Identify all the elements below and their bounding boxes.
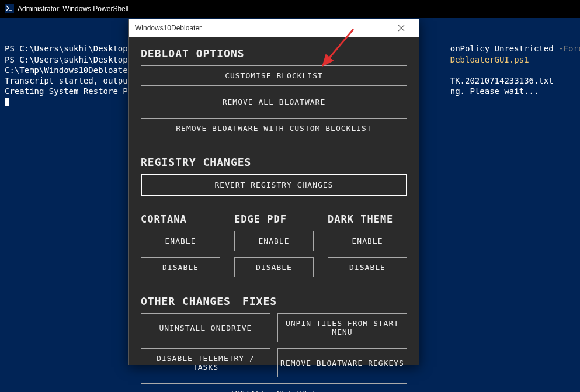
cortana-disable-button[interactable]: DISABLE xyxy=(141,257,220,277)
registry-changes-header: REGISTRY CHANGES xyxy=(141,156,407,168)
remove-all-bloatware-button[interactable]: REMOVE ALL BLOATWARE xyxy=(141,92,407,112)
edge-pdf-enable-button[interactable]: ENABLE xyxy=(234,231,314,251)
dark-theme-header: DARK THEME xyxy=(328,213,407,225)
cortana-enable-button[interactable]: ENABLE xyxy=(141,231,220,251)
debloater-dialog: Windows10Debloater DEBLOAT OPTIONS CUSTO… xyxy=(128,19,419,365)
remove-regkeys-button[interactable]: REMOVE BLOATWARE REGKEYS xyxy=(277,348,407,377)
customise-blocklist-button[interactable]: CUSTOMISE BLOCKLIST xyxy=(141,65,407,86)
disable-telemetry-button[interactable]: DISABLE TELEMETRY / TASKS xyxy=(141,348,270,377)
remove-bloatware-custom-button[interactable]: REMOVE BLOATWARE WITH CUSTOM BLOCKLIST xyxy=(141,118,407,138)
dialog-title-bar[interactable]: Windows10Debloater xyxy=(129,19,419,37)
dialog-body: DEBLOAT OPTIONS CUSTOMISE BLOCKLIST REMO… xyxy=(129,37,419,392)
uninstall-onedrive-button[interactable]: UNINSTALL ONEDRIVE xyxy=(141,313,270,342)
dark-theme-enable-button[interactable]: ENABLE xyxy=(328,231,407,251)
revert-registry-button[interactable]: REVERT REGISTRY CHANGES xyxy=(141,174,407,196)
cortana-header: CORTANA xyxy=(141,213,220,225)
powershell-icon xyxy=(5,4,14,13)
dialog-title: Windows10Debloater xyxy=(135,24,202,32)
close-icon[interactable] xyxy=(390,20,413,36)
fixes-header: FIXES xyxy=(242,295,277,307)
edge-pdf-disable-button[interactable]: DISABLE xyxy=(234,257,314,277)
terminal-cursor xyxy=(5,98,9,106)
window-title-bar: Administrator: Windows PowerShell xyxy=(0,0,580,18)
install-net-button[interactable]: INSTALL .NET V3.5 xyxy=(141,383,407,392)
edge-pdf-header: EDGE PDF xyxy=(234,213,314,225)
other-changes-header: OTHER CHANGES xyxy=(141,295,231,307)
unpin-tiles-button[interactable]: UNPIN TILES FROM START MENU xyxy=(277,313,407,342)
dark-theme-disable-button[interactable]: DISABLE xyxy=(328,257,407,277)
debloat-options-header: DEBLOAT OPTIONS xyxy=(141,47,407,60)
window-title: Administrator: Windows PowerShell xyxy=(18,5,128,13)
